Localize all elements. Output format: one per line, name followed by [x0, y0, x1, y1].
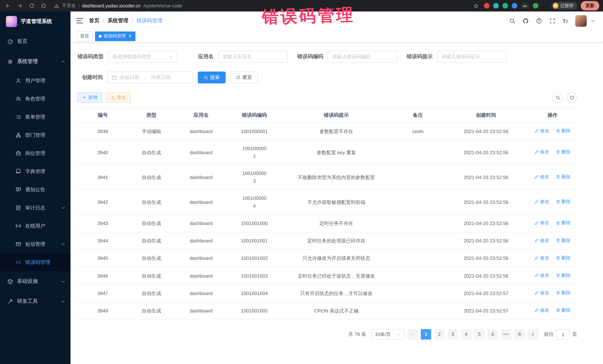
table-row[interactable]: 3948 自动生成 dashboard 1001001005 CRON 表达式不…	[77, 302, 577, 320]
app-title: 芋道管理系统	[21, 18, 52, 25]
create-time-range-picker[interactable]: 开始日期 - 结束日期	[107, 72, 193, 83]
page-more-button[interactable]: •••	[501, 329, 511, 340]
help-icon[interactable]	[536, 18, 542, 24]
table-row[interactable]: 3945 自动生成 dashboard 1001001002 只允许修改为开启或…	[77, 250, 577, 267]
table-row[interactable]: 3946 自动生成 dashboard 1001001003 定时任务已经处于该…	[77, 267, 577, 285]
delete-link[interactable]: 删除	[556, 272, 571, 279]
app-logo-row[interactable]: 芋道管理系统	[0, 11, 70, 32]
edit-link[interactable]: 修改	[534, 148, 549, 156]
sidebar-item-wrench[interactable]: 研发工具	[0, 291, 70, 311]
error-type-select[interactable]: 请选择错误码类型	[108, 51, 177, 63]
edit-link[interactable]: 修改	[534, 237, 549, 244]
sidebar-item-users[interactable]: 角色管理	[0, 90, 70, 108]
profile-paused-chip[interactable]: 已暂停	[551, 2, 577, 10]
sidebar-item-code[interactable]: 错误码管理	[0, 253, 70, 271]
sidebar-item-sms[interactable]: 短信管理	[0, 235, 70, 253]
edit-link[interactable]: 修改	[534, 219, 549, 227]
edit-link[interactable]: 修改	[534, 173, 549, 181]
page-button-3[interactable]: 3	[448, 329, 458, 340]
extension-green-check-icon[interactable]	[502, 3, 508, 9]
delete-link[interactable]: 删除	[556, 254, 571, 262]
delete-link[interactable]: 删除	[556, 198, 571, 206]
sidebar-toggle-icon[interactable]	[76, 18, 83, 23]
sidebar-item-user[interactable]: 用户管理	[0, 72, 70, 90]
delete-link[interactable]: 删除	[556, 148, 571, 156]
add-button[interactable]: 新增	[77, 92, 102, 103]
page-size-select[interactable]: 10条/页	[371, 329, 405, 340]
breadcrumb-home[interactable]: 首页	[89, 17, 99, 24]
app-name-input[interactable]: 请输入应用名	[218, 51, 288, 63]
extension-pin-icon[interactable]	[542, 3, 547, 9]
delete-link[interactable]: 删除	[556, 127, 571, 135]
search-button[interactable]: 搜索	[198, 72, 226, 83]
fullscreen-icon[interactable]	[549, 18, 555, 24]
table-row[interactable]: 3943 自动生成 dashboard 1001001000 定时任务不存在 2…	[77, 215, 577, 232]
breadcrumb-system[interactable]: 系统管理	[108, 17, 128, 24]
edit-link[interactable]: 修改	[534, 254, 549, 262]
sidebar-item-gear[interactable]: 系统管理	[0, 52, 70, 72]
page-button-8[interactable]: 8	[514, 329, 525, 340]
sidebar-item-online[interactable]: 在线用户	[0, 217, 70, 235]
table-row[interactable]: 3942 自动生成 dashboard 100100000 4 不允许获取敏感配…	[77, 190, 577, 215]
tag-error-code-active[interactable]: 错误码管理 ✕	[95, 31, 135, 41]
page-button-4[interactable]: 4	[461, 329, 471, 340]
edit-link[interactable]: 修改	[534, 307, 549, 314]
table-row[interactable]: 3947 自动生成 dashboard 1001001004 只有开启状态的任务…	[77, 285, 577, 302]
export-button[interactable]: 导出	[106, 92, 131, 103]
goto-page-input[interactable]	[556, 329, 570, 340]
reset-button[interactable]: 重置	[230, 72, 258, 83]
error-code-input[interactable]: 请输入错误码编码	[328, 51, 397, 63]
browser-home-button[interactable]	[39, 2, 47, 10]
delete-link[interactable]: 删除	[556, 173, 571, 181]
sidebar-item-list[interactable]: 菜单管理	[0, 108, 70, 126]
sidebar-item-tree[interactable]: 部门管理	[0, 126, 70, 144]
edit-link[interactable]: 修改	[534, 289, 549, 297]
extension-teal-icon[interactable]	[493, 3, 499, 9]
edit-link[interactable]: 修改	[534, 198, 549, 206]
sidebar-item-home[interactable]: 首页	[0, 32, 70, 52]
browser-forward-button[interactable]	[16, 2, 24, 10]
table-row[interactable]: 3939 手动编辑 dashboard 1001000001 参数配置不存在 c…	[77, 122, 577, 140]
page-button-6[interactable]: 6	[487, 329, 498, 340]
refresh-table-button[interactable]	[567, 92, 577, 103]
delete-link[interactable]: 删除	[556, 237, 571, 244]
github-icon[interactable]	[522, 18, 529, 24]
extension-on-badge-icon[interactable]: on	[521, 3, 529, 9]
page-button-5[interactable]: 5	[474, 329, 485, 340]
sidebar-item-book[interactable]: 字典管理	[0, 162, 70, 180]
browser-update-button[interactable]: 更新	[581, 1, 599, 10]
font-size-icon[interactable]: TT	[562, 18, 568, 23]
browser-reload-button[interactable]	[27, 2, 36, 10]
sidebar-item-box[interactable]: 基础设施	[0, 271, 70, 291]
avatar-caret-down-icon[interactable]	[590, 18, 596, 24]
prev-page-button[interactable]	[407, 329, 418, 340]
tag-close-icon[interactable]: ✕	[128, 34, 132, 39]
extension-red-icon[interactable]	[484, 3, 489, 9]
tag-home[interactable]: 首页	[76, 31, 93, 41]
delete-link[interactable]: 删除	[556, 289, 571, 297]
delete-link[interactable]: 删除	[556, 219, 571, 227]
next-page-button[interactable]	[528, 329, 538, 340]
page-button-1[interactable]: 1	[421, 329, 431, 340]
extension-blue-grid-icon[interactable]	[511, 3, 517, 9]
header-search-icon[interactable]	[509, 18, 515, 24]
user-avatar[interactable]	[575, 15, 587, 26]
error-hint-input[interactable]: 请输入错误码提示	[437, 51, 507, 63]
bookmark-star-icon[interactable]	[472, 2, 480, 10]
sidebar-item-bubble[interactable]: 通知公告	[0, 180, 70, 199]
table-header-row: 编号 类型 应用名 错误码编码 错误码提示 备注 创建时间 操作	[77, 108, 577, 122]
table-row[interactable]: 3940 自动生成 dashboard 100100000 2 参数配置 key…	[77, 140, 577, 165]
address-bar[interactable]: 不安全 dashboard.yudao.iocoder.cn/system/er…	[51, 3, 468, 9]
extension-leaf-icon[interactable]	[533, 3, 538, 9]
table-row[interactable]: 3941 自动生成 dashboard 100100000 3 不能删除类型为系…	[77, 165, 577, 190]
sidebar-item-audit[interactable]: 审计日志	[0, 199, 70, 217]
sidebar-item-badge[interactable]: 岗位管理	[0, 144, 70, 162]
table-row[interactable]: 3944 自动生成 dashboard 1001001001 定时任务的处理器已…	[77, 232, 577, 249]
toggle-search-button[interactable]	[553, 92, 563, 103]
browser-back-button[interactable]	[4, 2, 12, 10]
edit-link[interactable]: 修改	[534, 272, 549, 279]
breadcrumb: 首页 / 系统管理 / 错误码管理	[89, 17, 162, 24]
delete-link[interactable]: 删除	[556, 307, 571, 314]
edit-link[interactable]: 修改	[534, 127, 549, 135]
page-button-2[interactable]: 2	[434, 329, 445, 340]
